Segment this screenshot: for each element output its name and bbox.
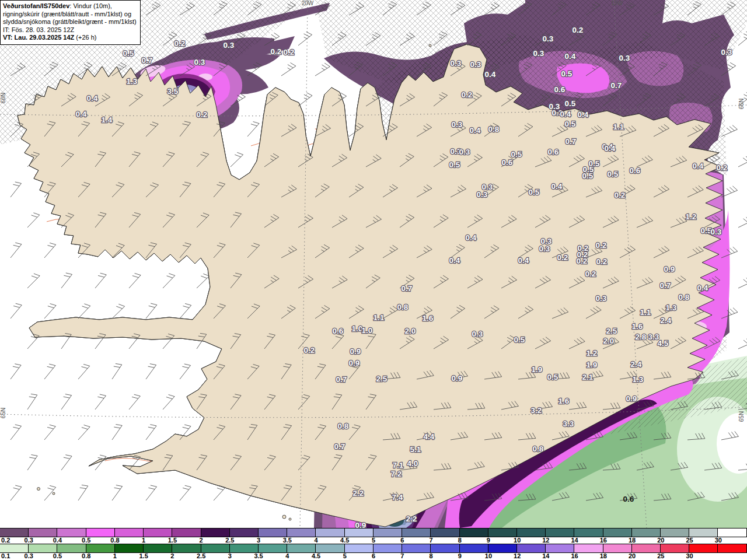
map-value-label: 1.1 [613, 123, 624, 131]
legend-tick-label: 20 [657, 537, 664, 544]
map-value-label: 0.9 [664, 265, 675, 274]
legend-tick-label: 30 [715, 537, 722, 544]
map-value-label: 0.2 [174, 39, 186, 48]
rain-colorbar [0, 544, 747, 553]
legend-tick-label: 0.2 [1, 537, 10, 544]
legend: 0.20.30.40.50.811.522.533.544.5567891012… [0, 528, 747, 560]
map-value-label: 0.3 [539, 244, 550, 253]
legend-cell [460, 544, 488, 552]
legend-tick-label: 0.3 [25, 552, 33, 559]
map-value-label: 1.4 [102, 116, 113, 124]
legend-cell [546, 544, 574, 552]
legend-tick-label: 4 [314, 537, 317, 544]
map-value-label: 7.2 [391, 470, 402, 478]
legend-tick-label: 2.5 [197, 552, 205, 559]
legend-cell [345, 528, 374, 537]
legend-tick-label: 2.5 [225, 537, 234, 544]
legend-cell [29, 544, 57, 552]
legend-cell [201, 528, 230, 537]
legend-cell [402, 528, 431, 537]
legend-cell [57, 544, 86, 552]
legend-cell [517, 528, 546, 537]
legend-cell [115, 528, 144, 537]
map-value-label: 0.9 [349, 359, 360, 368]
legend-tick-label: 9 [458, 552, 462, 559]
map-value-label: 0.3 [472, 330, 483, 338]
map-value-label: 0.4 [697, 284, 708, 292]
map-value-label: 1.2 [587, 349, 598, 358]
map-value-label: 4.5 [658, 339, 669, 348]
map-value-label: 0.5 [511, 150, 522, 159]
legend-tick-label: 10 [485, 552, 492, 559]
map-value-label: 2.0 [405, 327, 416, 335]
legend-cell [374, 528, 402, 537]
map-value-label: 1.0 [352, 324, 363, 333]
map-value-label: 5.1 [410, 445, 421, 454]
legend-tick-label: 10 [514, 537, 521, 544]
map-value-label: 0.3 [711, 228, 722, 236]
map-value-label: 0.4 [518, 256, 529, 265]
legend-tick-label: 6 [400, 537, 404, 544]
map-value-label: 0.9 [350, 347, 361, 356]
legend-cell [144, 544, 172, 552]
legend-cell [632, 544, 661, 552]
map-value-label: 0.4 [693, 162, 704, 170]
legend-cell [689, 544, 718, 552]
map-value-label: 1.6 [558, 397, 570, 405]
graticule-label: 66N [0, 93, 6, 103]
legend-cell [259, 544, 287, 552]
map-value-label: 0.4 [470, 126, 481, 135]
map-value-label: 0.5 [565, 120, 576, 128]
legend-tick-label: 1.5 [168, 537, 177, 544]
legend-tick-label: 4 [285, 552, 289, 559]
map-value-label: 2.5 [376, 374, 388, 383]
legend-tick-label: 2 [200, 537, 203, 544]
map-value-label: 1.3 [633, 375, 644, 384]
map-value-label: 0.2 [577, 257, 588, 265]
legend-tick-label: 18 [629, 537, 636, 544]
legend-cell [689, 528, 718, 537]
map-value-label: 0.7 [334, 442, 345, 451]
legend-cell [603, 544, 632, 552]
legend-cell [287, 544, 316, 552]
map-value-label: 1.3 [127, 77, 138, 86]
legend-tick-label: 1 [142, 537, 145, 544]
legend-cell [172, 528, 201, 537]
map-value-label: 0.3 [543, 34, 554, 43]
legend-cell [259, 528, 287, 537]
map-value-label: 0.3 [194, 58, 205, 66]
legend-cell [287, 528, 316, 537]
map-value-label: 0.8 [397, 303, 409, 312]
map-value-label: 0.2 [573, 26, 584, 34]
legend-cell [172, 544, 201, 552]
map-value-label: 0.2 [596, 257, 608, 266]
map-value-label: 0.2 [304, 346, 315, 355]
legend-tick-label: 8 [458, 537, 462, 544]
map-value-label: 0.4 [466, 233, 477, 242]
map-value-label: 0.5 [449, 160, 460, 169]
model-name: Veðurstofan/IS750dev [3, 2, 69, 9]
legend-tick-label: 30 [686, 552, 693, 559]
legend-tick-label: 7 [429, 537, 432, 544]
forecast-map: 20W15W66N66N65N65N 0.20.50.70.30.31.33.5… [0, 0, 747, 528]
legend-cell [488, 528, 517, 537]
legend-tick-label: 2 [170, 552, 174, 559]
legend-cell [0, 528, 29, 537]
graticule-label: 66N [738, 99, 745, 109]
legend-tick-label: 0.4 [53, 537, 62, 544]
legend-cell [402, 544, 431, 552]
map-value-label: 0.8 [488, 125, 500, 134]
legend-cell [431, 544, 459, 552]
map-value-label: 0.2 [596, 241, 607, 250]
legend-tick-label: 3 [257, 537, 260, 544]
legend-cell [632, 528, 661, 537]
legend-tick-label: 6 [372, 552, 375, 559]
map-value-label: 1.2 [686, 212, 697, 221]
legend-tick-label: 0.1 [1, 552, 10, 559]
legend-tick-label: 25 [657, 552, 664, 559]
map-value-label: 2.4 [661, 316, 672, 325]
map-value-label: 3.5 [167, 87, 179, 96]
legend-cell [574, 544, 603, 552]
map-value-label: 1.3 [666, 303, 677, 312]
sleet-legend-line: slydda/snjókoma (grátt/bleikt/grænt - mm… [3, 18, 137, 26]
